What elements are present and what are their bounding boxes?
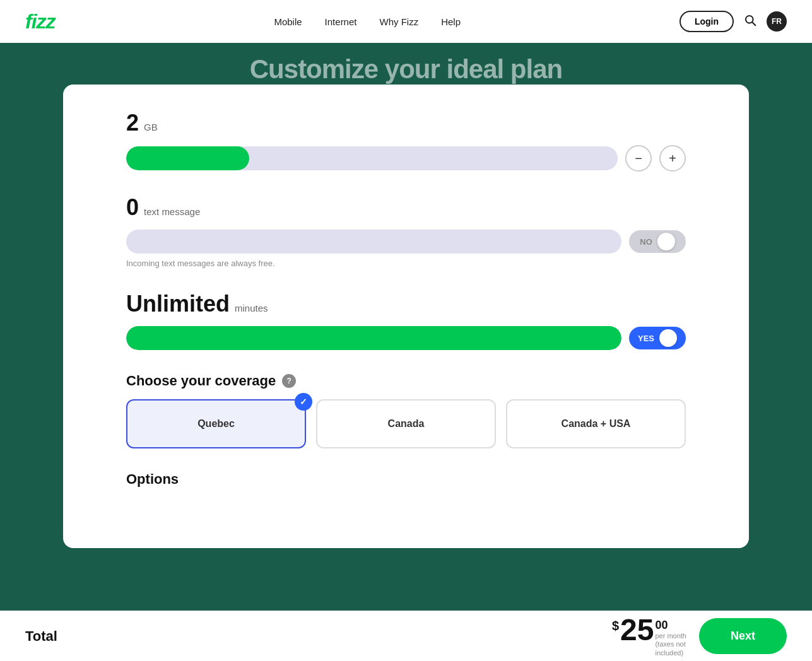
login-button[interactable]: Login (680, 11, 734, 32)
footer-bar: Total $ 25 00 per month (taxes not inclu… (0, 611, 812, 661)
coverage-canada-usa[interactable]: Canada + USA (506, 399, 686, 448)
page-title: Customize your ideal plan (0, 54, 812, 85)
minutes-slider-row: YES (126, 326, 686, 350)
search-icon[interactable] (744, 14, 756, 30)
plan-card: 2 GB − + 0 (63, 85, 749, 548)
minutes-label: Unlimited minutes (126, 291, 686, 317)
nav-mobile[interactable]: Mobile (274, 16, 302, 27)
coverage-header: Choose your coverage ? (126, 373, 686, 389)
minutes-slider-track[interactable] (126, 326, 621, 350)
coverage-options: ✓ Quebec Canada Canada + USA (126, 399, 686, 448)
data-section: 2 GB − + (126, 110, 686, 172)
minutes-slider-fill (126, 326, 621, 350)
coverage-canada[interactable]: Canada (316, 399, 496, 448)
sms-hint: Incoming text messages are always free. (126, 259, 686, 268)
coverage-canada-label: Canada (388, 418, 425, 429)
minutes-toggle[interactable]: YES (629, 327, 686, 349)
coverage-check-icon: ✓ (295, 393, 312, 411)
minutes-toggle-knob (659, 329, 677, 347)
main-nav: Mobile Internet Why Fizz Help (274, 16, 461, 27)
data-slider-track[interactable] (126, 146, 618, 170)
nav-help[interactable]: Help (441, 16, 461, 27)
coverage-section: Choose your coverage ? ✓ Quebec Canada C… (126, 373, 686, 448)
sms-slider-track[interactable] (126, 230, 621, 254)
sms-unit: text message (144, 206, 200, 217)
coverage-canada-usa-label: Canada + USA (562, 418, 631, 429)
footer-price-section: $ 25 00 per month (taxes not included) N… (612, 615, 787, 657)
hero-banner: Customize your ideal plan (0, 43, 812, 85)
svg-line-1 (752, 22, 755, 25)
price-cents-block: 00 per month (taxes not included) (655, 619, 686, 657)
price-dollar-sign: $ (612, 619, 619, 633)
sms-toggle[interactable]: NO (629, 230, 686, 253)
data-value: 2 (126, 110, 139, 136)
data-decrease-button[interactable]: − (625, 145, 652, 172)
sms-toggle-label: NO (640, 237, 652, 247)
language-toggle[interactable]: FR (767, 11, 787, 32)
sms-section: 0 text message NO Incoming text messages… (126, 194, 686, 268)
price-cents-value: 00 (655, 619, 686, 632)
price-main-value: 25 (620, 615, 654, 645)
options-title: Options (126, 471, 686, 488)
data-slider-row: − + (126, 145, 686, 172)
sms-value: 0 (126, 194, 139, 221)
sms-toggle-knob (657, 233, 675, 250)
minutes-section: Unlimited minutes YES (126, 291, 686, 350)
header-actions: Login FR (680, 11, 787, 32)
nav-why-fizz[interactable]: Why Fizz (379, 16, 418, 27)
data-slider-fill (126, 146, 249, 170)
logo[interactable]: fizz (25, 10, 56, 33)
coverage-title: Choose your coverage (126, 373, 276, 389)
price-display: $ 25 00 per month (taxes not included) (612, 615, 686, 657)
sms-label: 0 text message (126, 194, 686, 221)
minutes-unit: minutes (235, 303, 268, 313)
options-section: Options (126, 471, 686, 488)
coverage-quebec[interactable]: ✓ Quebec (126, 399, 306, 448)
site-header: fizz Mobile Internet Why Fizz Help Login… (0, 0, 812, 43)
coverage-help-icon[interactable]: ? (282, 374, 296, 388)
minus-icon: − (635, 151, 642, 166)
sms-slider-row: NO (126, 230, 686, 254)
nav-internet[interactable]: Internet (325, 16, 357, 27)
data-unit: GB (144, 122, 158, 132)
data-increase-button[interactable]: + (659, 145, 686, 172)
minutes-toggle-label: YES (638, 334, 654, 343)
minutes-value: Unlimited (126, 291, 230, 317)
coverage-quebec-label: Quebec (197, 418, 235, 429)
data-label: 2 GB (126, 110, 686, 136)
price-period-text: per month (taxes not included) (655, 632, 686, 657)
total-label: Total (25, 628, 57, 645)
plus-icon: + (669, 151, 676, 166)
next-button[interactable]: Next (699, 618, 787, 654)
